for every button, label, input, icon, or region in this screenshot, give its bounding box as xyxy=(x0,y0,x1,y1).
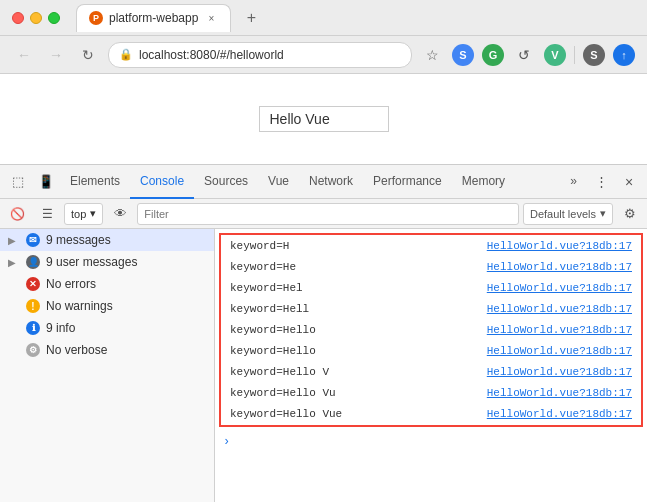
sidebar-label-verbose: No verbose xyxy=(46,343,107,357)
console-log-text: keyword=Hel xyxy=(230,279,303,297)
console-log-link[interactable]: HelloWorld.vue?18db:17 xyxy=(487,321,632,339)
chevron-down-icon: ▾ xyxy=(90,207,96,220)
address-bar: ← → ↻ 🔒 localhost:8080/#/helloworld ☆ S … xyxy=(0,36,647,74)
tab-console[interactable]: Console xyxy=(130,165,194,199)
sidebar-item-errors[interactable]: ✕ No errors xyxy=(0,273,214,295)
console-log-text: keyword=H xyxy=(230,237,289,255)
sidebar-item-verbose[interactable]: ⚙ No verbose xyxy=(0,339,214,361)
sidebar-item-messages[interactable]: ▶ ✉ 9 messages xyxy=(0,229,214,251)
star-icon[interactable]: ☆ xyxy=(420,43,444,67)
table-row: keyword=Hello VuHelloWorld.vue?18db:17 xyxy=(222,383,640,403)
console-log-link[interactable]: HelloWorld.vue?18db:17 xyxy=(487,300,632,318)
sidebar-item-info[interactable]: ℹ 9 info xyxy=(0,317,214,339)
sidebar-item-warnings[interactable]: ! No warnings xyxy=(0,295,214,317)
chevron-icon: ▶ xyxy=(8,235,20,246)
user-messages-icon: 👤 xyxy=(26,255,40,269)
console-log-link[interactable]: HelloWorld.vue?18db:17 xyxy=(487,237,632,255)
eye-icon[interactable]: 👁 xyxy=(107,201,133,227)
warning-icon: ! xyxy=(26,299,40,313)
console-log-link[interactable]: HelloWorld.vue?18db:17 xyxy=(487,279,632,297)
traffic-lights xyxy=(12,12,60,24)
close-window-button[interactable] xyxy=(12,12,24,24)
browser-tab[interactable]: P platform-webapp × xyxy=(76,4,231,32)
info-icon: ℹ xyxy=(26,321,40,335)
forward-button[interactable]: → xyxy=(44,43,68,67)
console-log-link[interactable]: HelloWorld.vue?18db:17 xyxy=(487,258,632,276)
console-log-text: keyword=He xyxy=(230,258,296,276)
update-icon[interactable]: ↑ xyxy=(613,44,635,66)
table-row: keyword=HelloHelloWorld.vue?18db:17 xyxy=(222,341,640,361)
console-log-link[interactable]: HelloWorld.vue?18db:17 xyxy=(487,384,632,402)
extension-g-icon[interactable]: G xyxy=(482,44,504,66)
settings-button[interactable]: ⚙ xyxy=(617,201,643,227)
table-row: keyword=Hello VHelloWorld.vue?18db:17 xyxy=(222,362,640,382)
sidebar-label-errors: No errors xyxy=(46,277,96,291)
toolbar-icons: ☆ S G ↺ V S ↑ xyxy=(420,43,635,67)
tab-memory[interactable]: Memory xyxy=(452,165,515,199)
context-dropdown[interactable]: top ▾ xyxy=(64,203,103,225)
fullscreen-window-button[interactable] xyxy=(48,12,60,24)
console-log-text: keyword=Hell xyxy=(230,300,309,318)
clear-console-button[interactable]: 🚫 xyxy=(4,201,30,227)
console-log-text: keyword=Hello Vu xyxy=(230,384,336,402)
tab-close-button[interactable]: × xyxy=(204,11,218,25)
console-log-text: keyword=Hello xyxy=(230,321,316,339)
sidebar-item-user-messages[interactable]: ▶ 👤 9 user messages xyxy=(0,251,214,273)
console-log-link[interactable]: HelloWorld.vue?18db:17 xyxy=(487,363,632,381)
verbose-icon: ⚙ xyxy=(26,343,40,357)
console-log-area: keyword=HHelloWorld.vue?18db:17keyword=H… xyxy=(215,229,647,502)
devtools-close-button[interactable]: × xyxy=(615,168,643,196)
device-toolbar-button[interactable]: 📱 xyxy=(32,168,60,196)
more-tabs-button[interactable]: » xyxy=(560,165,587,199)
hello-input[interactable] xyxy=(259,106,389,132)
console-log-text: keyword=Hello V xyxy=(230,363,329,381)
console-log-text: keyword=Hello Vue xyxy=(230,405,342,423)
tab-elements[interactable]: Elements xyxy=(60,165,130,199)
tab-favicon: P xyxy=(89,11,103,25)
sidebar-label-info: 9 info xyxy=(46,321,75,335)
table-row: keyword=HelloHelloWorld.vue?18db:17 xyxy=(222,320,640,340)
refresh-button[interactable]: ↻ xyxy=(76,43,100,67)
devtools-tab-bar: ⬚ 📱 Elements Console Sources Vue Network… xyxy=(0,165,647,199)
chevron-icon: ▶ xyxy=(8,257,20,268)
console-log-link[interactable]: HelloWorld.vue?18db:17 xyxy=(487,405,632,423)
table-row: keyword=HeHelloWorld.vue?18db:17 xyxy=(222,257,640,277)
console-input-arrow: › xyxy=(215,431,647,453)
tab-title: platform-webapp xyxy=(109,11,198,25)
extension-vue-icon[interactable]: V xyxy=(544,44,566,66)
inspect-element-button[interactable]: ⬚ xyxy=(4,168,32,196)
error-icon: ✕ xyxy=(26,277,40,291)
table-row: keyword=Hello VueHelloWorld.vue?18db:17 xyxy=(222,404,640,424)
console-log-link[interactable]: HelloWorld.vue?18db:17 xyxy=(487,342,632,360)
sidebar-label-warnings: No warnings xyxy=(46,299,113,313)
devtools-menu-button[interactable]: ⋮ xyxy=(587,168,615,196)
minimize-window-button[interactable] xyxy=(30,12,42,24)
extension-rotate-icon[interactable]: ↺ xyxy=(512,43,536,67)
new-tab-button[interactable]: + xyxy=(239,6,263,30)
filter-input[interactable] xyxy=(137,203,519,225)
profile-icon[interactable]: S xyxy=(583,44,605,66)
context-label: top xyxy=(71,208,86,220)
page-content xyxy=(0,74,647,164)
tab-network[interactable]: Network xyxy=(299,165,363,199)
devtools-panel: ⬚ 📱 Elements Console Sources Vue Network… xyxy=(0,164,647,502)
separator xyxy=(574,46,575,64)
sidebar-label-user-messages: 9 user messages xyxy=(46,255,137,269)
table-row: keyword=HHelloWorld.vue?18db:17 xyxy=(222,236,640,256)
default-levels-label: Default levels xyxy=(530,208,596,220)
messages-icon: ✉ xyxy=(26,233,40,247)
tab-bar: P platform-webapp × + xyxy=(76,4,635,32)
tab-sources[interactable]: Sources xyxy=(194,165,258,199)
extension-s-icon[interactable]: S xyxy=(452,44,474,66)
tab-vue[interactable]: Vue xyxy=(258,165,299,199)
url-bar[interactable]: 🔒 localhost:8080/#/helloworld xyxy=(108,42,412,68)
console-log-text: keyword=Hello xyxy=(230,342,316,360)
console-sidebar: ▶ ✉ 9 messages ▶ 👤 9 user messages ✕ No … xyxy=(0,229,215,502)
collapse-sidebar-button[interactable]: ☰ xyxy=(34,201,60,227)
tab-performance[interactable]: Performance xyxy=(363,165,452,199)
back-button[interactable]: ← xyxy=(12,43,36,67)
sidebar-label-messages: 9 messages xyxy=(46,233,111,247)
table-row: keyword=HellHelloWorld.vue?18db:17 xyxy=(222,299,640,319)
lock-icon: 🔒 xyxy=(119,48,133,61)
default-levels-dropdown[interactable]: Default levels ▾ xyxy=(523,203,613,225)
